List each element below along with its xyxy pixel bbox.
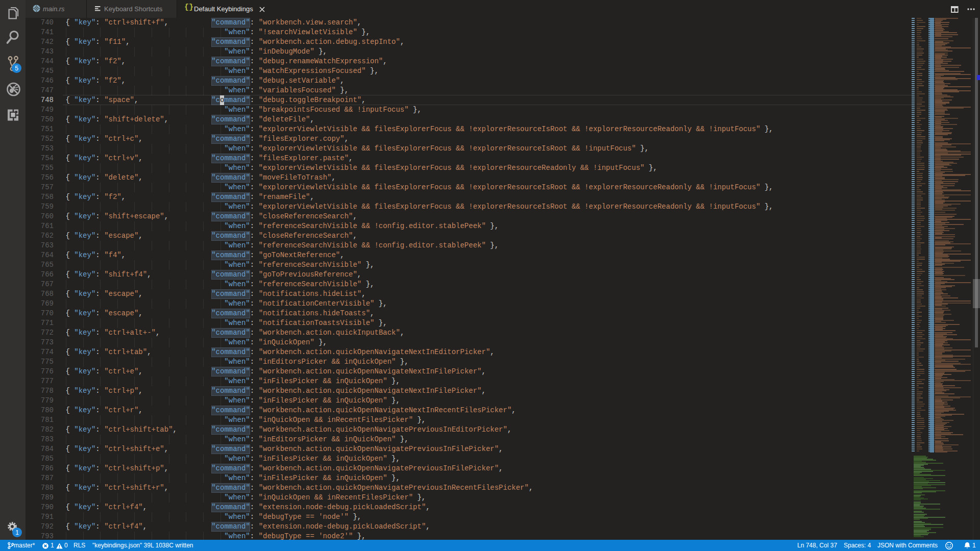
svg-text:1: 1 [15, 529, 19, 536]
svg-text:5: 5 [15, 65, 18, 72]
